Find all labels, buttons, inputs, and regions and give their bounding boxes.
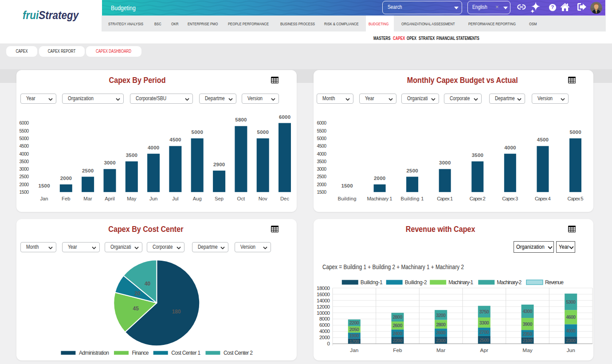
svg-text:6000: 6000 [319, 322, 330, 328]
svg-text:2200: 2200 [349, 320, 359, 325]
svg-text:Mar: Mar [436, 347, 445, 353]
svg-text:Jun: Jun [567, 347, 575, 353]
svg-text:6000: 6000 [279, 114, 290, 120]
svg-text:5000: 5000 [569, 129, 581, 135]
svg-text:5800: 5800 [235, 117, 247, 122]
svg-text:Jan: Jan [40, 196, 48, 201]
svg-text:Feb: Feb [393, 347, 402, 353]
svg-text:2500: 2500 [407, 168, 418, 173]
svg-text:2900: 2900 [213, 162, 225, 167]
svg-text:2300: 2300 [436, 338, 446, 343]
svg-text:2600: 2600 [393, 323, 403, 328]
svg-text:2800: 2800 [436, 322, 446, 327]
svg-text:10000: 10000 [317, 310, 330, 316]
svg-text:3500: 3500 [317, 159, 327, 164]
svg-text:Apr: Apr [480, 347, 488, 353]
svg-text:4500: 4500 [20, 143, 29, 149]
svg-text:Capex 4: Capex 4 [535, 196, 551, 201]
svg-text:Capex 1: Capex 1 [437, 196, 453, 201]
svg-text:Capex 5: Capex 5 [568, 196, 584, 201]
svg-text:3000: 3000 [439, 160, 451, 165]
svg-text:Mar: Mar [83, 196, 92, 201]
svg-text:8000: 8000 [319, 316, 330, 321]
svg-text:Building 1: Building 1 [401, 196, 424, 201]
svg-text:2400: 2400 [393, 331, 403, 336]
svg-text:3000: 3000 [317, 166, 327, 172]
svg-text:1500: 1500 [38, 183, 50, 188]
svg-text:3500: 3500 [20, 159, 29, 164]
svg-text:Machinary-2: Machinary-2 [497, 279, 522, 286]
svg-text:2200: 2200 [393, 338, 403, 343]
svg-text:2500: 2500 [317, 174, 327, 179]
svg-text:2500: 2500 [82, 168, 94, 173]
svg-text:6000: 6000 [20, 120, 29, 125]
svg-text:18000: 18000 [317, 286, 330, 291]
svg-text:1900: 1900 [349, 333, 359, 338]
svg-text:12000: 12000 [317, 304, 330, 309]
svg-text:5300: 5300 [566, 299, 576, 305]
svg-text:1500: 1500 [20, 189, 29, 195]
svg-text:Dec: Dec [280, 196, 289, 201]
svg-text:Builidng-1: Builidng-1 [361, 279, 383, 286]
svg-text:5500: 5500 [20, 128, 29, 133]
svg-text:4500: 4500 [537, 137, 549, 142]
svg-text:Builidng-2: Builidng-2 [405, 279, 427, 286]
svg-text:May: May [522, 347, 532, 353]
svg-text:Jul: Jul [172, 196, 178, 201]
svg-text:2000: 2000 [374, 176, 385, 181]
svg-text:Oct: Oct [237, 196, 245, 201]
svg-text:Capex 2: Capex 2 [470, 196, 486, 201]
svg-text:Jun: Jun [149, 196, 157, 201]
svg-text:3500: 3500 [472, 153, 483, 158]
svg-text:40: 40 [145, 281, 151, 287]
svg-text:Revenue: Revenue [545, 279, 564, 286]
svg-text:3000: 3000 [104, 160, 115, 165]
svg-text:Feb: Feb [62, 196, 70, 201]
svg-text:180: 180 [172, 309, 181, 315]
svg-text:2100: 2100 [523, 338, 533, 343]
svg-text:Jan: Jan [350, 347, 358, 353]
svg-text:1500: 1500 [341, 183, 353, 188]
svg-text:2000: 2000 [319, 335, 330, 340]
svg-text:Administration: Administration [79, 350, 109, 356]
svg-text:3500: 3500 [126, 153, 137, 158]
svg-text:16000: 16000 [317, 292, 330, 297]
svg-text:1500: 1500 [317, 189, 327, 195]
svg-text:May: May [127, 196, 137, 201]
svg-text:2000: 2000 [317, 182, 327, 187]
svg-text:2500: 2500 [20, 174, 29, 179]
svg-text:45: 45 [133, 305, 139, 312]
svg-text:4000: 4000 [319, 329, 330, 334]
svg-text:2300: 2300 [566, 338, 576, 343]
svg-text:Machinary-1: Machinary-1 [448, 279, 473, 286]
svg-text:4000: 4000 [566, 328, 576, 333]
svg-text:14000: 14000 [317, 298, 330, 303]
svg-text:1700: 1700 [349, 339, 359, 344]
svg-text:April: April [105, 196, 115, 201]
svg-text:5000: 5000 [257, 129, 269, 135]
svg-text:2050: 2050 [349, 327, 359, 332]
svg-text:5000: 5000 [20, 136, 29, 141]
svg-text:4000: 4000 [148, 145, 159, 150]
svg-text:5000: 5000 [192, 129, 203, 135]
svg-text:4000: 4000 [317, 151, 327, 157]
svg-text:3200: 3200 [436, 313, 446, 318]
svg-text:3000: 3000 [20, 166, 29, 172]
svg-text:Nov: Nov [259, 196, 267, 201]
svg-text:Machinary 1: Machinary 1 [367, 196, 392, 201]
svg-text:2600: 2600 [436, 330, 446, 335]
svg-text:20: 20 [134, 290, 141, 297]
svg-text:5500: 5500 [317, 128, 327, 133]
svg-text:3300: 3300 [479, 320, 489, 325]
svg-text:Building: Building [338, 196, 357, 201]
svg-text:2800: 2800 [393, 314, 403, 320]
svg-text:0: 0 [327, 341, 330, 346]
svg-text:Cost Center 2: Cost Center 2 [224, 350, 253, 356]
svg-text:2000: 2000 [60, 176, 72, 181]
svg-text:2500: 2500 [479, 337, 489, 343]
svg-text:Finance: Finance [132, 350, 149, 356]
svg-text:4000: 4000 [504, 145, 516, 150]
svg-text:4300: 4300 [523, 309, 533, 314]
svg-text:3750: 3750 [479, 309, 489, 314]
svg-text:4000: 4000 [20, 151, 29, 157]
